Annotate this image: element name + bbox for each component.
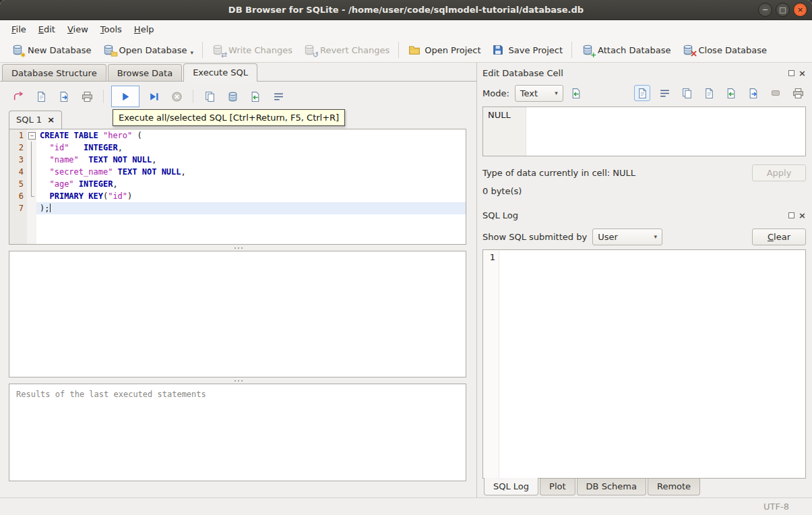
menu-edit[interactable]: Edit	[32, 22, 61, 37]
cell-value: NULL	[488, 110, 511, 120]
word-wrap-icon[interactable]	[656, 85, 673, 101]
bottom-dock-tab-bar: SQL Log Plot DB Schema Remote	[482, 479, 806, 497]
results-message-pane[interactable]: Results of the last executed statements	[9, 384, 466, 481]
sql-log-view[interactable]: 1	[482, 249, 806, 479]
dock-close-icon[interactable]: ×	[799, 211, 806, 220]
main-content: Database Structure Browse Data Execute S…	[0, 63, 812, 497]
tab-remote[interactable]: Remote	[648, 479, 700, 495]
left-pane: Database Structure Browse Data Execute S…	[0, 63, 476, 497]
editor-empty-area[interactable]	[9, 214, 466, 244]
editor-line: 4 "secret_name" TEXT NOT NULL,	[9, 166, 466, 178]
fold-guide-icon	[27, 142, 36, 154]
revert-changes-icon: ↺	[303, 44, 316, 56]
write-changes-button: ⇄ Write Changes	[206, 40, 298, 59]
cell-editor[interactable]: NULL	[482, 107, 806, 156]
menu-tools[interactable]: Tools	[94, 22, 128, 37]
save-project-icon	[492, 44, 505, 56]
edit-cell-dock-title: Edit Database Cell	[482, 68, 563, 78]
log-filter-combo[interactable]: User ▾	[592, 229, 662, 245]
execute-sql-toolbar	[0, 82, 476, 109]
close-button[interactable]: ×	[793, 3, 807, 17]
new-database-button[interactable]: ∗ New Database	[5, 40, 97, 59]
horizontal-splitter[interactable]	[0, 245, 476, 251]
open-database-button[interactable]: Open Database ▾	[97, 40, 199, 59]
tab-plot[interactable]: Plot	[540, 479, 575, 495]
encoding-indicator: UTF-8	[763, 502, 789, 512]
open-database-dropdown-icon[interactable]: ▾	[190, 49, 193, 56]
stop-execution-icon	[168, 88, 185, 105]
toolbar-separator	[571, 42, 572, 58]
fold-guide-icon	[27, 166, 36, 178]
set-null-icon[interactable]	[768, 85, 784, 101]
window-controls: − □ ×	[758, 3, 807, 17]
fold-guide-icon	[27, 190, 36, 202]
format-sql-icon[interactable]	[247, 88, 264, 105]
apply-button: Apply	[752, 164, 806, 181]
dock-close-icon[interactable]: ×	[799, 69, 806, 78]
toolbar-separator	[398, 42, 399, 58]
line-number: 7	[9, 202, 27, 214]
export-results-icon[interactable]	[201, 88, 218, 105]
results-grid[interactable]	[9, 251, 466, 377]
new-database-icon: ∗	[11, 44, 24, 56]
export-cell-icon[interactable]	[745, 85, 761, 101]
sql-log-controls: Show SQL submitted by User ▾ Clear	[482, 224, 806, 249]
code-line: "age" INTEGER,	[36, 178, 466, 190]
sql-tab-1[interactable]: SQL 1 ×	[9, 111, 62, 129]
word-wrap-icon[interactable]	[270, 88, 287, 105]
fold-marker-icon[interactable]	[27, 129, 36, 142]
line-number: 4	[9, 166, 27, 178]
tooltip: Execute all/selected SQL [Ctrl+Return, F…	[113, 109, 345, 126]
menubar: File Edit View Tools Help	[0, 20, 812, 38]
maximize-button[interactable]: □	[776, 3, 790, 17]
print-sql-icon[interactable]	[78, 88, 96, 105]
revert-changes-button: ↺ Revert Changes	[298, 40, 395, 59]
tab-close-icon[interactable]: ×	[47, 115, 55, 124]
line-number: 1	[9, 129, 27, 142]
sql-editor[interactable]: 1 CREATE TABLE "hero" ( 2 "id" INTEGER, …	[9, 129, 466, 245]
text-mode-icon[interactable]	[634, 85, 650, 101]
write-changes-icon: ⇄	[212, 44, 224, 56]
save-results-db-icon[interactable]	[224, 88, 241, 105]
close-database-button[interactable]: × Close Database	[676, 40, 772, 59]
clear-log-button[interactable]: Clear	[752, 229, 806, 245]
code-line: "id" INTEGER,	[36, 142, 466, 154]
horizontal-splitter[interactable]	[0, 377, 476, 384]
dock-float-icon[interactable]	[788, 70, 794, 76]
auto-apply-icon[interactable]	[569, 85, 585, 101]
tab-database-structure[interactable]: Database Structure	[2, 64, 106, 81]
menu-help[interactable]: Help	[128, 22, 160, 37]
sql-log-dock-title: SQL Log	[482, 210, 518, 220]
mode-label: Mode:	[482, 88, 509, 98]
open-sql-file-icon[interactable]	[9, 88, 27, 105]
line-number: 3	[9, 154, 27, 166]
execute-all-button[interactable]	[111, 86, 139, 107]
tab-db-schema[interactable]: DB Schema	[577, 479, 646, 495]
tab-sql-log[interactable]: SQL Log	[484, 478, 538, 495]
mode-combo[interactable]: Text ▾	[515, 85, 563, 102]
close-database-icon: ×	[681, 44, 694, 56]
line-number: 5	[9, 178, 27, 190]
tab-browse-data[interactable]: Browse Data	[108, 64, 183, 81]
save-sql-file-icon[interactable]	[55, 88, 73, 105]
minimize-button[interactable]: −	[758, 3, 772, 17]
cell-size-info: 0 byte(s)	[482, 186, 522, 196]
open-project-button[interactable]: Open Project	[402, 40, 486, 59]
code-line: CREATE TABLE "hero" (	[36, 129, 466, 142]
save-project-button[interactable]: Save Project	[487, 40, 569, 59]
titlebar[interactable]: DB Browser for SQLite - /home/user/code/…	[0, 0, 812, 20]
dock-float-icon[interactable]	[788, 212, 794, 218]
copy-cell-icon[interactable]	[679, 85, 695, 101]
code-line: PRIMARY KEY("id")	[36, 190, 466, 202]
editor-line-current: 7 );	[9, 202, 466, 214]
attach-database-button[interactable]: + Attach Database	[575, 40, 676, 59]
tab-execute-sql[interactable]: Execute SQL	[183, 63, 257, 82]
menu-file[interactable]: File	[5, 22, 32, 37]
print-cell-icon[interactable]	[790, 85, 806, 101]
menu-view[interactable]: View	[61, 22, 94, 37]
import-cell-icon[interactable]	[723, 85, 739, 101]
execute-line-icon[interactable]	[145, 88, 162, 105]
toolbar-separator	[193, 90, 193, 103]
new-sql-tab-icon[interactable]	[32, 88, 50, 105]
paste-cell-icon[interactable]	[701, 85, 717, 101]
